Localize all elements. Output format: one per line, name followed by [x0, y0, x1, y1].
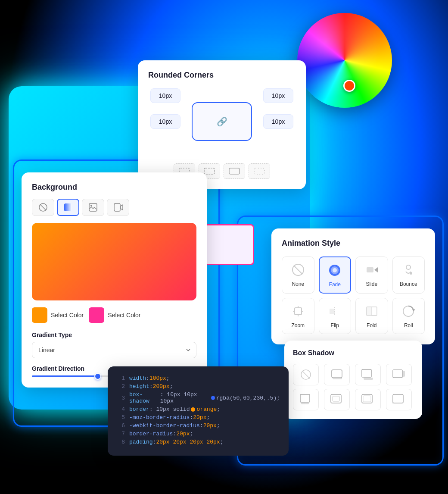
svg-marker-10 [121, 205, 123, 210]
svg-rect-26 [330, 309, 334, 314]
color-selector-1: Select Color [32, 307, 84, 323]
gradient-type-label: Gradient Type [32, 331, 196, 338]
gradient-type-section: Gradient Type Linear Radial Conic [32, 331, 196, 358]
slider-fill [32, 375, 98, 377]
corner-preview-box: 🔗 [192, 102, 252, 141]
color-sphere [297, 13, 392, 108]
shadow-none[interactable] [293, 364, 319, 385]
svg-rect-47 [393, 394, 403, 403]
shadow-bottom[interactable] [293, 389, 319, 410]
anim-roll-icon [401, 303, 416, 319]
corner-top-left[interactable]: 10px [150, 88, 180, 103]
gradient-preview [32, 223, 196, 300]
color-label-1[interactable]: Select Color [51, 312, 84, 319]
anim-zoom[interactable]: Zoom [282, 298, 314, 334]
anim-flip[interactable]: Flip [319, 298, 352, 334]
svg-point-15 [333, 268, 337, 272]
bg-type-none[interactable] [32, 199, 54, 216]
color-dot-blue [211, 396, 215, 400]
svg-point-19 [410, 272, 412, 275]
anim-zoom-icon [290, 303, 306, 319]
box-shadow-title: Box Shadow [293, 349, 414, 357]
anim-slide-label: Slide [366, 281, 377, 287]
shadow-soft[interactable] [324, 364, 350, 385]
code-line-3: 3 box-shadow : 10px 10px 10px rgba(50,60… [116, 391, 280, 404]
color-selector-2: Select Color [89, 307, 140, 323]
anim-none[interactable]: None [282, 256, 314, 294]
svg-rect-46 [363, 396, 371, 402]
box-shadow-panel: Box Shadow [284, 341, 422, 419]
svg-rect-35 [332, 370, 342, 378]
background-panel: Background Select Color Select Color Gra… [22, 172, 207, 388]
svg-rect-39 [393, 370, 402, 378]
code-line-6: 6 -webkit-border-radius : 20px ; [116, 422, 280, 429]
svg-rect-7 [89, 203, 97, 211]
anim-zoom-label: Zoom [291, 322, 305, 328]
rounded-corners-panel: Rounded Corners 10px 🔗 10px 10px 10px [138, 60, 306, 189]
svg-rect-44 [333, 396, 339, 401]
svg-line-12 [294, 266, 302, 274]
svg-rect-6 [64, 203, 72, 211]
svg-point-18 [406, 265, 411, 269]
code-line-1: 1 width : 100px ; [116, 375, 280, 381]
corner-bottom-left[interactable]: 10px [150, 114, 180, 129]
anim-bounce-label: Bounce [400, 281, 417, 287]
shadow-border[interactable] [355, 389, 381, 410]
shadow-grid [293, 364, 414, 410]
svg-rect-30 [367, 307, 372, 316]
anim-fade-label: Fade [329, 281, 341, 288]
color-picker-dot[interactable] [343, 80, 355, 92]
corner-top-right[interactable]: 10px [263, 88, 293, 103]
code-line-7: 7 border-radius : 20px ; [116, 431, 280, 437]
shadow-corner[interactable] [386, 389, 412, 410]
svg-rect-9 [114, 203, 120, 211]
anim-fade-icon [327, 263, 342, 278]
rounded-corners-title: Rounded Corners [148, 71, 296, 80]
background-title: Background [32, 183, 196, 192]
bg-type-buttons [32, 199, 196, 216]
anim-fade[interactable]: Fade [319, 256, 352, 294]
anim-fold-icon [364, 303, 380, 319]
slider-thumb[interactable] [94, 373, 101, 380]
shadow-right-bottom[interactable] [355, 364, 381, 385]
code-line-2: 2 height : 200px ; [116, 383, 280, 390]
svg-rect-37 [362, 369, 371, 377]
anim-flip-icon [327, 303, 342, 319]
svg-line-34 [302, 371, 310, 378]
bg-type-gradient[interactable] [57, 199, 79, 216]
anim-roll-label: Roll [404, 322, 413, 328]
border-style-none[interactable] [249, 163, 270, 179]
svg-point-8 [90, 205, 92, 206]
anim-none-icon [290, 262, 306, 278]
shadow-right[interactable] [386, 364, 412, 385]
color-label-2[interactable]: Select Color [108, 312, 140, 319]
svg-rect-40 [403, 371, 405, 377]
anim-fold[interactable]: Fold [355, 298, 388, 334]
svg-rect-3 [254, 168, 264, 174]
corners-grid: 10px 🔗 10px 10px 10px [148, 88, 296, 155]
code-panel: 1 width : 100px ; 2 height : 200px ; 3 b… [108, 366, 289, 456]
color-swatch-orange[interactable] [32, 307, 47, 323]
anim-roll[interactable]: Roll [392, 298, 425, 334]
shadow-inset[interactable] [324, 389, 350, 410]
bg-type-image[interactable] [82, 199, 104, 216]
anim-none-label: None [292, 281, 304, 287]
bg-type-video[interactable] [107, 199, 129, 216]
anim-slide-icon [364, 262, 380, 278]
anim-slide[interactable]: Slide [355, 256, 388, 294]
animation-panel: Animation Style None Fade [271, 228, 435, 344]
anim-bounce[interactable]: Bounce [392, 256, 425, 294]
border-style-dotted[interactable] [224, 163, 245, 179]
code-line-4: 4 border : 10px solid orange ; [116, 406, 280, 413]
anim-bounce-icon [401, 262, 416, 278]
anim-fold-label: Fold [367, 322, 376, 328]
code-line-5: 5 -moz-border-radius : 20px ; [116, 414, 280, 421]
svg-marker-17 [374, 267, 378, 272]
corner-bottom-right[interactable]: 10px [263, 114, 293, 129]
color-dot-orange [191, 407, 195, 412]
svg-rect-20 [295, 308, 302, 315]
gradient-type-select[interactable]: Linear Radial Conic [32, 342, 196, 358]
color-swatch-pink[interactable] [89, 307, 104, 323]
svg-rect-42 [301, 403, 309, 404]
svg-rect-36 [333, 378, 342, 379]
